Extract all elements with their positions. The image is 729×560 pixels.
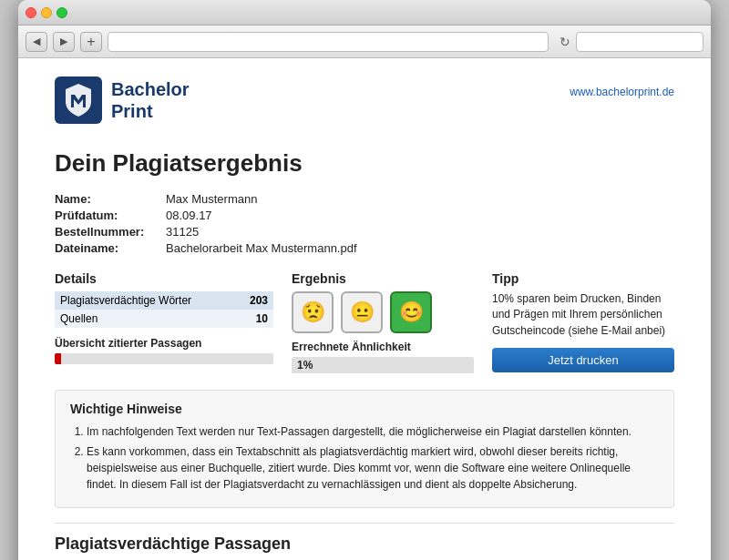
three-col-section: Details Plagiatsverdächtige Wörter 203 Q… [55,271,674,373]
close-button[interactable] [26,7,36,18]
info-row: Dateiname: Bachelorarbeit Max Mustermann… [55,241,674,255]
ergebnis-title: Ergebnis [292,271,474,286]
traffic-lights [26,7,67,18]
address-bar[interactable] [108,32,549,52]
info-value-file: Bachelorarbeit Max Mustermann.pdf [166,241,357,255]
info-label-file: Dateiname: [55,241,155,255]
new-tab-button[interactable]: + [80,32,102,52]
browser-window: ◀ ▶ + ↻ Bachelor Print [18,0,711,560]
overview-progress-bar [55,353,273,364]
tipp-title: Tipp [492,271,674,286]
similarity-label: Errechnete Ähnlichkeit [292,341,474,353]
similarity-value: 1% [297,359,313,372]
list-item: Im nachfolgenden Text werden nur Text-Pa… [87,423,659,440]
overview-bar-label: Übersicht zitierter Passagen [55,337,273,350]
hinweise-box: Wichtige Hinweise Im nachfolgenden Text … [55,390,674,508]
info-value-date: 08.09.17 [166,209,212,222]
search-bar[interactable] [576,32,703,52]
details-title: Details [55,271,273,286]
info-value-order: 31125 [166,225,199,239]
browser-toolbar: ◀ ▶ + ↻ [18,25,711,58]
table-row: Plagiatsverdächtige Wörter 203 [55,291,273,310]
titlebar [18,0,711,25]
info-row: Name: Max Mustermann [55,192,674,206]
info-label-name: Name: [55,192,155,206]
details-table: Plagiatsverdächtige Wörter 203 Quellen 1… [55,291,273,328]
emoji-row: 😟 😐 😊 [292,291,474,333]
list-item: Es kann vorkommen, dass ein Textabschnit… [87,443,659,493]
logo-area: Bachelor Print [55,76,190,124]
details-value-sources: 10 [236,310,273,328]
info-value-name: Max Mustermann [166,192,257,206]
maximize-button[interactable] [56,7,67,18]
minimize-button[interactable] [41,7,52,18]
tipp-section: Tipp 10% sparen beim Drucken, Binden und… [492,271,674,372]
details-label-sources: Quellen [55,310,236,328]
table-row: Quellen 10 [55,310,273,328]
main-heading: Dein Plagiatsergebnis [55,149,674,178]
info-table: Name: Max Mustermann Prüfdatum: 08.09.17… [55,192,674,255]
progress-fill [55,353,61,364]
tipp-text: 10% sparen beim Drucken, Binden und Präg… [492,291,674,339]
hinweise-list: Im nachfolgenden Text werden nur Text-Pa… [70,423,659,493]
ergebnis-section: Ergebnis 😟 😐 😊 Errechnete Ähnlichkeit 1% [292,271,474,373]
logo-icon [55,76,102,124]
page-header: Bachelor Print www.bachelorprint.de [55,76,674,133]
happy-emoji-box: 😊 [390,291,432,333]
info-row: Prüfdatum: 08.09.17 [55,209,674,222]
similarity-bar: 1% [292,357,474,373]
website-link[interactable]: www.bachelorprint.de [570,86,674,98]
info-row: Bestellnummer: 31125 [55,225,674,239]
details-label-words: Plagiatsverdächtige Wörter [55,291,236,310]
passages-title: Plagiatsverdächtige Passagen [55,535,674,554]
sad-emoji-box: 😟 [292,291,334,333]
reload-button[interactable]: ↻ [560,35,570,49]
back-button[interactable]: ◀ [26,32,47,52]
neutral-emoji-box: 😐 [341,291,383,333]
details-value-words: 203 [236,291,273,310]
page-content: Bachelor Print www.bachelorprint.de Dein… [18,58,711,560]
divider [55,523,674,524]
logo-text: Bachelor Print [111,78,190,122]
forward-button[interactable]: ▶ [53,32,75,52]
hinweise-title: Wichtige Hinweise [70,402,659,416]
jetzt-drucken-button[interactable]: Jetzt drucken [492,348,674,372]
details-section: Details Plagiatsverdächtige Wörter 203 Q… [55,271,273,364]
info-label-order: Bestellnummer: [55,225,155,239]
info-label-date: Prüfdatum: [55,209,155,222]
